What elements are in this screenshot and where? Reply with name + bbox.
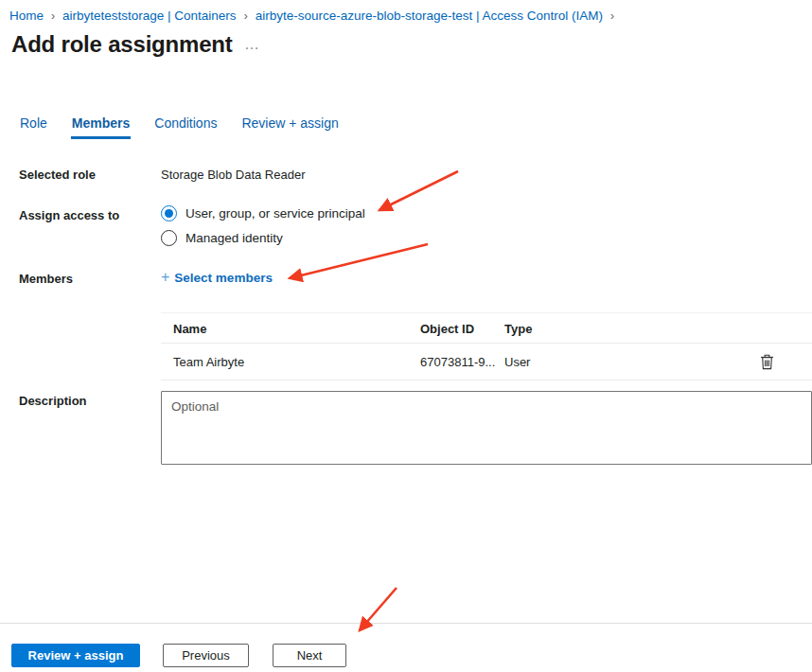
column-header-name: Name (173, 321, 206, 335)
table-row: Team Airbyte 67073811-9... User (161, 344, 812, 380)
tab-conditions[interactable]: Conditions (153, 114, 218, 139)
selected-role-label: Selected role (19, 168, 96, 182)
member-name: Team Airbyte (173, 355, 244, 369)
plus-icon: + (161, 270, 169, 285)
delete-member-button[interactable] (758, 353, 775, 370)
more-options-icon[interactable]: … (244, 36, 261, 53)
add-role-assignment-page: Home › airbyteteststorage | Containers ›… (0, 0, 812, 672)
radio-label: User, group, or service principal (185, 206, 365, 221)
previous-button[interactable]: Previous (163, 644, 249, 667)
breadcrumb-access-control[interactable]: airbyte-source-azure-blob-storage-test |… (256, 9, 603, 23)
radio-unselected-icon (161, 230, 177, 246)
assign-access-to-label: Assign access to (19, 208, 119, 222)
breadcrumb-separator-icon: › (51, 9, 55, 23)
tab-review-assign[interactable]: Review + assign (240, 114, 339, 139)
breadcrumb-home[interactable]: Home (9, 9, 44, 23)
tab-members[interactable]: Members (71, 114, 131, 139)
select-members-label: Select members (174, 271, 273, 285)
breadcrumb-separator-icon: › (610, 9, 614, 23)
members-table-header: Name Object ID Type (161, 313, 812, 344)
radio-user-group-service-principal[interactable]: User, group, or service principal (161, 205, 365, 221)
breadcrumb: Home › airbyteteststorage | Containers ›… (9, 9, 622, 23)
breadcrumb-storage-containers[interactable]: airbyteteststorage | Containers (62, 9, 237, 23)
selected-role-value: Storage Blob Data Reader (161, 168, 305, 182)
radio-managed-identity[interactable]: Managed identity (161, 230, 365, 246)
radio-label: Managed identity (185, 231, 283, 245)
annotation-arrow-select-members (290, 244, 428, 278)
trash-icon (760, 354, 774, 370)
description-input[interactable] (161, 391, 812, 465)
column-header-object-id: Object ID (420, 321, 474, 335)
next-button[interactable]: Next (273, 644, 346, 667)
tab-role[interactable]: Role (19, 114, 48, 139)
members-table: Name Object ID Type Team Airbyte 6707381… (161, 312, 812, 380)
select-members-link[interactable]: + Select members (161, 270, 273, 285)
tab-bar: Role Members Conditions Review + assign (19, 114, 340, 139)
radio-selected-icon (161, 205, 177, 221)
review-assign-button[interactable]: Review + assign (11, 644, 140, 667)
page-title: Add role assignment (11, 31, 233, 58)
member-object-id: 67073811-9... (420, 355, 495, 369)
assign-access-to-radio-group: User, group, or service principal Manage… (161, 205, 365, 246)
member-type: User (504, 355, 530, 369)
annotation-arrow-assign-access (380, 171, 458, 210)
description-label: Description (19, 394, 87, 408)
column-header-type: Type (504, 321, 532, 335)
annotation-arrow-next-button (360, 588, 397, 630)
footer-divider (0, 623, 812, 624)
members-label: Members (19, 272, 73, 286)
breadcrumb-separator-icon: › (244, 9, 248, 23)
